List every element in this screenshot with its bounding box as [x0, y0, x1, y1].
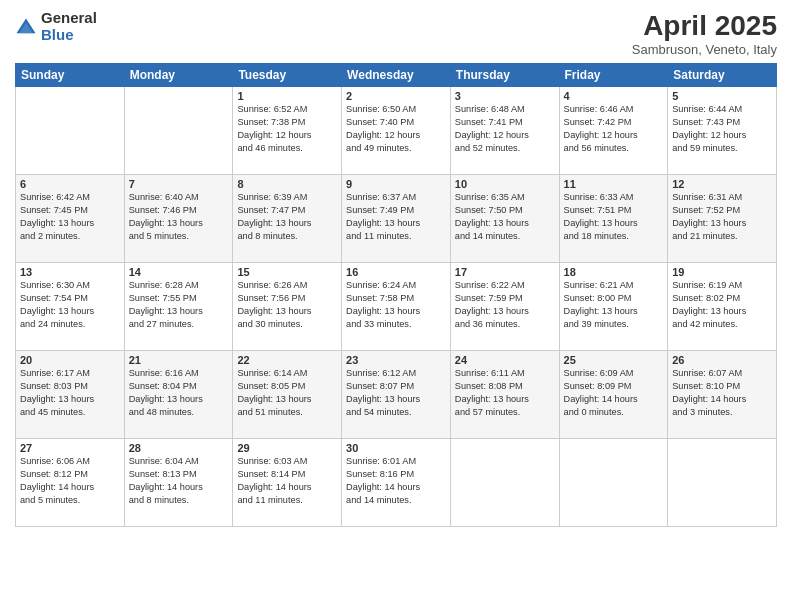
- calendar-day-cell: 20Sunrise: 6:17 AM Sunset: 8:03 PM Dayli…: [16, 351, 125, 439]
- day-info: Sunrise: 6:09 AM Sunset: 8:09 PM Dayligh…: [564, 367, 664, 419]
- calendar-table: SundayMondayTuesdayWednesdayThursdayFrid…: [15, 63, 777, 527]
- day-number: 7: [129, 178, 229, 190]
- calendar-day-cell: 22Sunrise: 6:14 AM Sunset: 8:05 PM Dayli…: [233, 351, 342, 439]
- day-number: 29: [237, 442, 337, 454]
- calendar-day-cell: 30Sunrise: 6:01 AM Sunset: 8:16 PM Dayli…: [342, 439, 451, 527]
- calendar-day-cell: 11Sunrise: 6:33 AM Sunset: 7:51 PM Dayli…: [559, 175, 668, 263]
- day-info: Sunrise: 6:06 AM Sunset: 8:12 PM Dayligh…: [20, 455, 120, 507]
- calendar-day-cell: 28Sunrise: 6:04 AM Sunset: 8:13 PM Dayli…: [124, 439, 233, 527]
- day-number: 18: [564, 266, 664, 278]
- calendar-subtitle: Sambruson, Veneto, Italy: [632, 42, 777, 57]
- day-info: Sunrise: 6:16 AM Sunset: 8:04 PM Dayligh…: [129, 367, 229, 419]
- calendar-week-row: 27Sunrise: 6:06 AM Sunset: 8:12 PM Dayli…: [16, 439, 777, 527]
- header: General Blue April 2025 Sambruson, Venet…: [15, 10, 777, 57]
- calendar-day-cell: 27Sunrise: 6:06 AM Sunset: 8:12 PM Dayli…: [16, 439, 125, 527]
- day-info: Sunrise: 6:28 AM Sunset: 7:55 PM Dayligh…: [129, 279, 229, 331]
- calendar-day-cell: 12Sunrise: 6:31 AM Sunset: 7:52 PM Dayli…: [668, 175, 777, 263]
- weekday-header: Saturday: [668, 64, 777, 87]
- day-number: 21: [129, 354, 229, 366]
- day-number: 30: [346, 442, 446, 454]
- day-number: 26: [672, 354, 772, 366]
- weekday-header: Thursday: [450, 64, 559, 87]
- calendar-day-cell: 17Sunrise: 6:22 AM Sunset: 7:59 PM Dayli…: [450, 263, 559, 351]
- day-info: Sunrise: 6:26 AM Sunset: 7:56 PM Dayligh…: [237, 279, 337, 331]
- day-info: Sunrise: 6:35 AM Sunset: 7:50 PM Dayligh…: [455, 191, 555, 243]
- calendar-day-cell: 13Sunrise: 6:30 AM Sunset: 7:54 PM Dayli…: [16, 263, 125, 351]
- calendar-day-cell: [124, 87, 233, 175]
- logo-icon: [15, 17, 37, 39]
- calendar-title: April 2025: [632, 10, 777, 42]
- day-number: 6: [20, 178, 120, 190]
- calendar-day-cell: 7Sunrise: 6:40 AM Sunset: 7:46 PM Daylig…: [124, 175, 233, 263]
- logo-general: General: [41, 10, 97, 27]
- calendar-day-cell: 3Sunrise: 6:48 AM Sunset: 7:41 PM Daylig…: [450, 87, 559, 175]
- day-info: Sunrise: 6:50 AM Sunset: 7:40 PM Dayligh…: [346, 103, 446, 155]
- calendar-day-cell: 26Sunrise: 6:07 AM Sunset: 8:10 PM Dayli…: [668, 351, 777, 439]
- day-number: 20: [20, 354, 120, 366]
- day-info: Sunrise: 6:19 AM Sunset: 8:02 PM Dayligh…: [672, 279, 772, 331]
- day-number: 9: [346, 178, 446, 190]
- weekday-header: Monday: [124, 64, 233, 87]
- calendar-day-cell: 10Sunrise: 6:35 AM Sunset: 7:50 PM Dayli…: [450, 175, 559, 263]
- calendar-week-row: 6Sunrise: 6:42 AM Sunset: 7:45 PM Daylig…: [16, 175, 777, 263]
- day-number: 16: [346, 266, 446, 278]
- calendar-day-cell: 18Sunrise: 6:21 AM Sunset: 8:00 PM Dayli…: [559, 263, 668, 351]
- day-number: 5: [672, 90, 772, 102]
- day-info: Sunrise: 6:48 AM Sunset: 7:41 PM Dayligh…: [455, 103, 555, 155]
- weekday-header: Wednesday: [342, 64, 451, 87]
- day-info: Sunrise: 6:22 AM Sunset: 7:59 PM Dayligh…: [455, 279, 555, 331]
- day-number: 3: [455, 90, 555, 102]
- day-info: Sunrise: 6:33 AM Sunset: 7:51 PM Dayligh…: [564, 191, 664, 243]
- logo-blue: Blue: [41, 27, 97, 44]
- day-info: Sunrise: 6:11 AM Sunset: 8:08 PM Dayligh…: [455, 367, 555, 419]
- calendar-week-row: 13Sunrise: 6:30 AM Sunset: 7:54 PM Dayli…: [16, 263, 777, 351]
- page: General Blue April 2025 Sambruson, Venet…: [0, 0, 792, 612]
- day-number: 27: [20, 442, 120, 454]
- weekday-header: Tuesday: [233, 64, 342, 87]
- calendar-day-cell: 5Sunrise: 6:44 AM Sunset: 7:43 PM Daylig…: [668, 87, 777, 175]
- weekday-header: Sunday: [16, 64, 125, 87]
- day-info: Sunrise: 6:52 AM Sunset: 7:38 PM Dayligh…: [237, 103, 337, 155]
- day-number: 17: [455, 266, 555, 278]
- day-info: Sunrise: 6:07 AM Sunset: 8:10 PM Dayligh…: [672, 367, 772, 419]
- day-number: 15: [237, 266, 337, 278]
- calendar-day-cell: [16, 87, 125, 175]
- calendar-day-cell: 16Sunrise: 6:24 AM Sunset: 7:58 PM Dayli…: [342, 263, 451, 351]
- day-info: Sunrise: 6:42 AM Sunset: 7:45 PM Dayligh…: [20, 191, 120, 243]
- day-info: Sunrise: 6:44 AM Sunset: 7:43 PM Dayligh…: [672, 103, 772, 155]
- calendar-day-cell: 14Sunrise: 6:28 AM Sunset: 7:55 PM Dayli…: [124, 263, 233, 351]
- calendar-day-cell: [668, 439, 777, 527]
- day-info: Sunrise: 6:39 AM Sunset: 7:47 PM Dayligh…: [237, 191, 337, 243]
- calendar-day-cell: [559, 439, 668, 527]
- weekday-header: Friday: [559, 64, 668, 87]
- day-info: Sunrise: 6:37 AM Sunset: 7:49 PM Dayligh…: [346, 191, 446, 243]
- day-info: Sunrise: 6:17 AM Sunset: 8:03 PM Dayligh…: [20, 367, 120, 419]
- day-number: 2: [346, 90, 446, 102]
- calendar-day-cell: 15Sunrise: 6:26 AM Sunset: 7:56 PM Dayli…: [233, 263, 342, 351]
- day-number: 25: [564, 354, 664, 366]
- day-number: 10: [455, 178, 555, 190]
- calendar-day-cell: 23Sunrise: 6:12 AM Sunset: 8:07 PM Dayli…: [342, 351, 451, 439]
- day-info: Sunrise: 6:40 AM Sunset: 7:46 PM Dayligh…: [129, 191, 229, 243]
- calendar-day-cell: 6Sunrise: 6:42 AM Sunset: 7:45 PM Daylig…: [16, 175, 125, 263]
- day-info: Sunrise: 6:31 AM Sunset: 7:52 PM Dayligh…: [672, 191, 772, 243]
- calendar-header-row: SundayMondayTuesdayWednesdayThursdayFrid…: [16, 64, 777, 87]
- calendar-day-cell: 9Sunrise: 6:37 AM Sunset: 7:49 PM Daylig…: [342, 175, 451, 263]
- day-info: Sunrise: 6:04 AM Sunset: 8:13 PM Dayligh…: [129, 455, 229, 507]
- day-info: Sunrise: 6:24 AM Sunset: 7:58 PM Dayligh…: [346, 279, 446, 331]
- day-number: 4: [564, 90, 664, 102]
- day-info: Sunrise: 6:46 AM Sunset: 7:42 PM Dayligh…: [564, 103, 664, 155]
- calendar-day-cell: 24Sunrise: 6:11 AM Sunset: 8:08 PM Dayli…: [450, 351, 559, 439]
- calendar-day-cell: 25Sunrise: 6:09 AM Sunset: 8:09 PM Dayli…: [559, 351, 668, 439]
- calendar-day-cell: 29Sunrise: 6:03 AM Sunset: 8:14 PM Dayli…: [233, 439, 342, 527]
- logo: General Blue: [15, 10, 97, 43]
- day-info: Sunrise: 6:01 AM Sunset: 8:16 PM Dayligh…: [346, 455, 446, 507]
- calendar-day-cell: 4Sunrise: 6:46 AM Sunset: 7:42 PM Daylig…: [559, 87, 668, 175]
- day-number: 1: [237, 90, 337, 102]
- calendar-day-cell: [450, 439, 559, 527]
- day-number: 8: [237, 178, 337, 190]
- calendar-week-row: 1Sunrise: 6:52 AM Sunset: 7:38 PM Daylig…: [16, 87, 777, 175]
- calendar-day-cell: 19Sunrise: 6:19 AM Sunset: 8:02 PM Dayli…: [668, 263, 777, 351]
- day-number: 22: [237, 354, 337, 366]
- calendar-day-cell: 2Sunrise: 6:50 AM Sunset: 7:40 PM Daylig…: [342, 87, 451, 175]
